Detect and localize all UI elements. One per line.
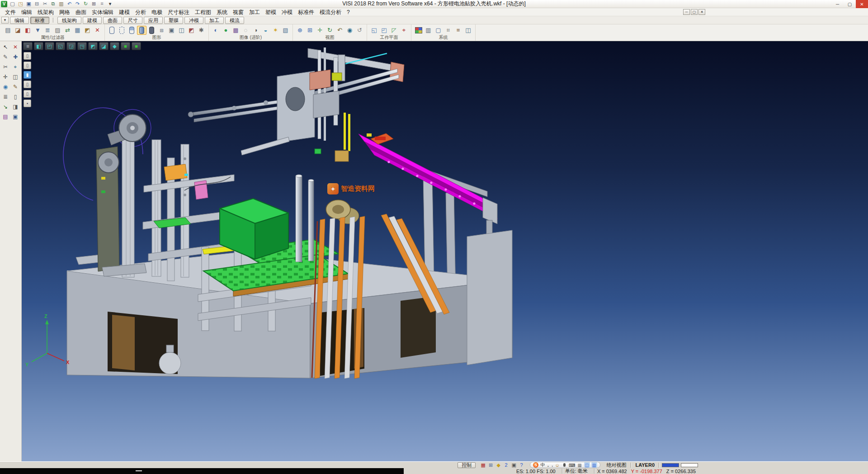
tab-wireframe[interactable]: 线架构 <box>57 17 81 24</box>
active-selection-icon[interactable]: ▮ <box>24 71 31 79</box>
cube-edges-icon[interactable]: ◫ <box>177 26 186 35</box>
cad-link-icon[interactable]: ◫ <box>463 26 473 35</box>
highlight-filter-icon[interactable]: ◩ <box>83 26 92 35</box>
menu-standard-parts[interactable]: 标准件 <box>295 8 317 16</box>
selection-mask-icon[interactable]: ▨ <box>53 26 62 35</box>
ime-emoji-icon[interactable]: ☺ <box>554 462 560 468</box>
layer-filter-icon[interactable]: ≣ <box>43 26 52 35</box>
tab-dropdown-button[interactable]: ▼ <box>1 17 9 24</box>
system-settings-icon[interactable]: ▥ <box>424 26 433 35</box>
menu-mesh[interactable]: 网格 <box>57 8 73 16</box>
right-view-icon[interactable]: ◲ <box>66 42 76 50</box>
ime-punctuation[interactable]: 。, <box>547 462 553 468</box>
tab-surface[interactable]: 曲面 <box>103 17 122 24</box>
front-view-icon[interactable]: ◰ <box>45 42 54 50</box>
menu-moldflow[interactable]: 模流分析 <box>317 8 344 16</box>
clipboard-view-2-icon[interactable]: ▯ <box>24 62 31 69</box>
workplane-origin-icon[interactable]: ⌖ <box>399 26 409 35</box>
left-view-icon[interactable]: ◳ <box>77 42 87 50</box>
viewport-3d-scene[interactable]: Z X Y <box>22 41 868 461</box>
sketch-icon[interactable]: ✎ <box>11 82 20 91</box>
shaded-cube-view-icon[interactable]: ■ <box>121 42 130 50</box>
menu-system[interactable]: 系统 <box>214 8 230 16</box>
menu-dimension[interactable]: 尺寸标注 <box>165 8 192 16</box>
construction-mode-icon[interactable]: ◆ <box>495 462 502 468</box>
bottom-view-icon[interactable]: ◪ <box>99 42 108 50</box>
clipboard-view-3-icon[interactable]: ▯ <box>24 81 31 88</box>
shaded-wire-mode-icon[interactable] <box>127 26 137 35</box>
preview-icon[interactable]: ▣ <box>510 462 518 468</box>
control-button[interactable]: 控制 <box>458 462 476 468</box>
menu-die[interactable]: 冲模 <box>279 8 295 16</box>
clipboard-view-1-icon[interactable]: ▯ <box>24 52 31 60</box>
delete-icon[interactable]: ✕ <box>11 43 20 51</box>
tab-application[interactable]: 应用 <box>144 17 163 24</box>
background-icon[interactable]: ▧ <box>281 26 290 35</box>
tab-edit[interactable]: 编辑 <box>10 17 29 24</box>
solid-box-icon[interactable]: ▣ <box>167 26 176 35</box>
zoom-all-icon[interactable]: ⊕ <box>295 26 305 35</box>
taskbar-strip[interactable] <box>0 468 404 474</box>
database-icon[interactable]: ≡ <box>453 26 463 35</box>
mdi-close-button[interactable]: ✕ <box>698 9 705 15</box>
menu-surface[interactable]: 曲面 <box>73 8 89 16</box>
help-icon[interactable]: ? <box>518 462 525 468</box>
dimension-icon[interactable]: ↘ <box>1 102 10 111</box>
swap-filter-icon[interactable]: ⇄ <box>63 26 72 35</box>
view-list-icon[interactable]: ≡ <box>23 42 33 50</box>
material-icon[interactable]: ● <box>221 26 231 35</box>
men u-electrode[interactable]: 电极 <box>149 8 165 16</box>
box-display-icon[interactable]: ⧈ <box>157 26 166 35</box>
rotate-view-icon[interactable]: ↻ <box>325 26 335 35</box>
tab-moldflow[interactable]: 模流 <box>225 17 244 24</box>
grid-icon[interactable]: ⊞ <box>90 0 98 7</box>
ime-mode-chinese[interactable]: 中 <box>540 462 546 468</box>
workplane-view-icon[interactable]: ◰ <box>379 26 389 35</box>
transparency-icon[interactable]: ◌ <box>241 26 250 35</box>
trim-icon[interactable]: ✂ <box>1 62 10 71</box>
tab-modeling[interactable]: 建模 <box>83 17 102 24</box>
mdi-minimize-button[interactable]: ─ <box>683 9 690 15</box>
menu-mold[interactable]: 塑模 <box>263 8 279 16</box>
tab-standard[interactable]: 标准 <box>30 17 49 24</box>
dynamic-view-icon[interactable]: ◉ <box>1 82 10 91</box>
save-icon[interactable]: ▣ <box>25 0 33 7</box>
zoom-window-icon[interactable]: ⊞ <box>305 26 315 35</box>
ime-keyboard-icon[interactable]: ⌨ <box>569 462 575 468</box>
menu-analysis[interactable]: 分析 <box>132 8 149 16</box>
close-button[interactable]: ✕ <box>856 0 868 8</box>
element-filter-icon[interactable]: ▼ <box>33 26 42 35</box>
left-pulley-tower[interactable] <box>63 108 151 277</box>
menu-help[interactable]: ? <box>344 8 353 16</box>
monitor-icon[interactable]: ▢ <box>434 26 443 35</box>
copy-icon[interactable]: ⧉ <box>49 0 57 7</box>
paste-icon[interactable]: ▥ <box>57 0 65 7</box>
snap-grid-icon[interactable]: ▦ <box>479 462 487 468</box>
back-view-icon[interactable]: ◩ <box>88 42 98 50</box>
mdi-restore-button[interactable]: ▢ <box>691 9 698 15</box>
previous-view-icon[interactable]: ↶ <box>335 26 344 35</box>
color-filter-icon[interactable]: ◧ <box>23 26 33 35</box>
select-icon[interactable]: ↖ <box>1 43 10 51</box>
top-view-icon[interactable]: ◱ <box>56 42 65 50</box>
clipboard-lock-icon[interactable]: ▪ <box>24 100 31 107</box>
workplane-xy-icon[interactable]: ◱ <box>369 26 379 35</box>
visibility-icon[interactable]: ◉ <box>345 26 354 35</box>
menu-drafting[interactable]: 工程图 <box>192 8 214 16</box>
calculator-icon[interactable]: ⌗ <box>98 0 106 7</box>
cut-icon[interactable]: ✂ <box>41 0 49 7</box>
ime-mic-icon[interactable] <box>561 462 567 468</box>
shaded-mode-icon[interactable] <box>137 26 146 35</box>
print-icon[interactable]: ⊟ <box>33 0 41 7</box>
table-icon[interactable]: ⌗ <box>443 26 453 35</box>
palette-icon[interactable]: ▤ <box>1 112 10 121</box>
color-palette-icon[interactable] <box>414 26 423 35</box>
render-quality-icon[interactable]: ◐ <box>211 26 221 35</box>
maximize-button[interactable]: ▢ <box>844 0 856 8</box>
clear-filter-icon[interactable]: ✕ <box>93 26 102 35</box>
reflection-icon[interactable]: ◒ <box>261 26 270 35</box>
counter-badge[interactable]: 2 <box>502 462 510 468</box>
menu-window[interactable]: 视窗 <box>230 8 246 16</box>
lighting-icon[interactable]: ✶ <box>271 26 280 35</box>
tab-machining[interactable]: 加工 <box>205 17 224 24</box>
